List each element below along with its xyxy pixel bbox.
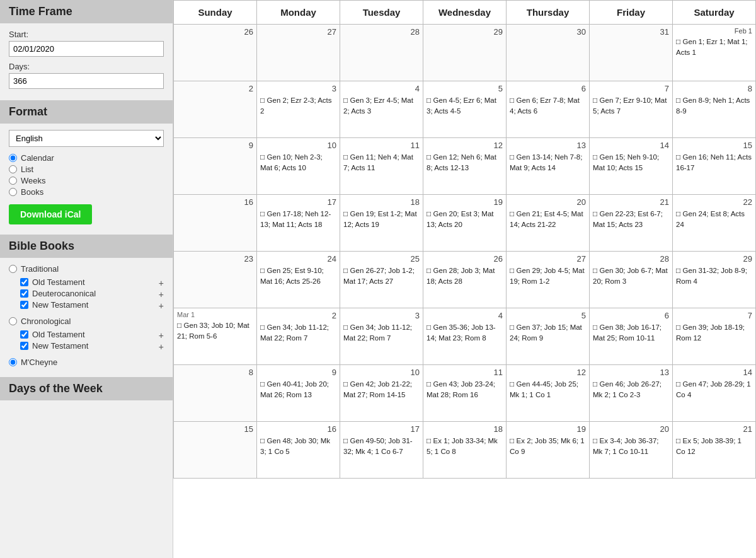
table-row: 11Gen 43; Job 23-24; Mat 28; Rom 16 bbox=[423, 365, 507, 422]
table-row: 26 bbox=[174, 25, 257, 81]
table-row: 9Gen 40-41; Job 20; Mat 26; Rom 13 bbox=[257, 365, 340, 422]
ot-plus-button[interactable]: + bbox=[159, 278, 164, 288]
table-row: 8Gen 8-9; Neh 1; Acts 8-9 bbox=[673, 81, 756, 138]
table-row: 27Gen 29; Job 4-5; Mat 19; Rom 1-2 bbox=[507, 252, 590, 308]
deut-checkbox[interactable]: Deuterocanonical bbox=[20, 289, 96, 298]
table-row: 19Gen 20; Est 3; Mat 13; Acts 20 bbox=[423, 195, 507, 252]
view-books[interactable]: Books bbox=[9, 187, 164, 197]
table-row: 9 bbox=[174, 138, 257, 195]
table-row: 8 bbox=[174, 365, 257, 422]
table-row: 28 bbox=[340, 25, 423, 81]
days-input[interactable] bbox=[9, 73, 164, 89]
table-row: 17Gen 17-18; Neh 12-13; Mat 11; Acts 18 bbox=[257, 195, 340, 252]
start-label: Start: bbox=[9, 30, 164, 39]
table-row: 27 bbox=[257, 25, 340, 81]
nt-plus-button[interactable]: + bbox=[159, 301, 164, 311]
download-ical-button[interactable]: Download iCal bbox=[9, 204, 92, 224]
chron-nt-plus-button[interactable]: + bbox=[159, 342, 164, 352]
view-calendar[interactable]: Calendar bbox=[9, 153, 164, 163]
table-row: 13Gen 46; Job 26-27; Mk 2; 1 Co 2-3 bbox=[590, 365, 673, 422]
table-row: 10Gen 10; Neh 2-3; Mat 6; Acts 10 bbox=[257, 138, 340, 195]
table-row: 25Gen 26-27; Job 1-2; Mat 17; Acts 27 bbox=[340, 252, 423, 308]
calendar-header-tuesday: Tuesday bbox=[340, 1, 423, 25]
table-row: 23 bbox=[174, 252, 257, 308]
table-row: Mar 1Gen 33; Job 10; Mat 21; Rom 5-6 bbox=[174, 308, 257, 365]
table-row: 24Gen 25; Est 9-10; Mat 16; Acts 25-26 bbox=[257, 252, 340, 308]
days-of-week-header: Days of the Week bbox=[0, 377, 173, 400]
table-row: 2 bbox=[174, 81, 257, 138]
table-row: 4Gen 3; Ezr 4-5; Mat 2; Acts 3 bbox=[340, 81, 423, 138]
ot-checkbox[interactable]: Old Testament bbox=[20, 277, 85, 287]
table-row: 16 bbox=[174, 195, 257, 252]
table-row: 4Gen 35-36; Job 13-14; Mat 23; Rom 8 bbox=[423, 308, 507, 365]
table-row: 18Ex 1; Job 33-34; Mk 5; 1 Co 8 bbox=[423, 422, 507, 479]
table-row: 13Gen 13-14; Neh 7-8; Mat 9; Acts 14 bbox=[507, 138, 590, 195]
calendar-header-monday: Monday bbox=[257, 1, 340, 25]
table-row: 20Gen 21; Est 4-5; Mat 14; Acts 21-22 bbox=[507, 195, 590, 252]
table-row: 18Gen 19; Est 1-2; Mat 12; Acts 19 bbox=[340, 195, 423, 252]
table-row: 22Gen 24; Est 8; Acts 24 bbox=[673, 195, 756, 252]
table-row: 15Gen 16; Neh 11; Acts 16-17 bbox=[673, 138, 756, 195]
calendar-header-wednesday: Wednesday bbox=[423, 1, 507, 25]
calendar-header-thursday: Thursday bbox=[507, 1, 590, 25]
language-select[interactable]: English Spanish French German bbox=[9, 130, 164, 147]
table-row: 7Gen 7; Ezr 9-10; Mat 5; Acts 7 bbox=[590, 81, 673, 138]
days-label: Days: bbox=[9, 62, 164, 71]
chron-ot-plus-button[interactable]: + bbox=[159, 330, 164, 340]
table-row: 17Gen 49-50; Job 31-32; Mk 4; 1 Co 6-7 bbox=[340, 422, 423, 479]
calendar-header-saturday: Saturday bbox=[673, 1, 756, 25]
table-row: 7Gen 39; Job 18-19; Rom 12 bbox=[673, 308, 756, 365]
table-row: 14Gen 15; Neh 9-10; Mat 10; Acts 15 bbox=[590, 138, 673, 195]
table-row: Feb 1Gen 1; Ezr 1; Mat 1; Acts 1 bbox=[673, 25, 756, 81]
chron-ot-checkbox[interactable]: Old Testament bbox=[20, 330, 85, 339]
mcheyne-radio[interactable]: M'Cheyne bbox=[9, 357, 164, 367]
calendar-header-friday: Friday bbox=[590, 1, 673, 25]
table-row: 5Gen 37; Job 15; Mat 24; Rom 9 bbox=[507, 308, 590, 365]
table-row: 12Gen 44-45; Job 25; Mk 1; 1 Co 1 bbox=[507, 365, 590, 422]
table-row: 29 bbox=[423, 25, 507, 81]
view-weeks[interactable]: Weeks bbox=[9, 176, 164, 185]
table-row: 28Gen 30; Job 6-7; Mat 20; Rom 3 bbox=[590, 252, 673, 308]
chron-nt-checkbox[interactable]: New Testament bbox=[20, 341, 88, 351]
table-row: 26Gen 28; Job 3; Mat 18; Acts 28 bbox=[423, 252, 507, 308]
calendar-area: SundayMondayTuesdayWednesdayThursdayFrid… bbox=[173, 0, 756, 558]
table-row: 6Gen 38; Job 16-17; Mat 25; Rom 10-11 bbox=[590, 308, 673, 365]
table-row: 6Gen 6; Ezr 7-8; Mat 4; Acts 6 bbox=[507, 81, 590, 138]
table-row: 3Gen 2; Ezr 2-3; Acts 2 bbox=[257, 81, 340, 138]
table-row: 21Gen 22-23; Est 6-7; Mat 15; Acts 23 bbox=[590, 195, 673, 252]
deut-plus-button[interactable]: + bbox=[159, 289, 164, 299]
bible-books-header: Bible Books bbox=[0, 235, 173, 258]
view-list[interactable]: List bbox=[9, 165, 164, 174]
table-row: 14Gen 47; Job 28-29; 1 Co 4 bbox=[673, 365, 756, 422]
table-row: 29Gen 31-32; Job 8-9; Rom 4 bbox=[673, 252, 756, 308]
table-row: 2Gen 34; Job 11-12; Mat 22; Rom 7 bbox=[257, 308, 340, 365]
table-row: 30 bbox=[507, 25, 590, 81]
table-row: 5Gen 4-5; Ezr 6; Mat 3; Acts 4-5 bbox=[423, 81, 507, 138]
table-row: 20Ex 3-4; Job 36-37; Mk 7; 1 Co 10-11 bbox=[590, 422, 673, 479]
table-row: 31 bbox=[590, 25, 673, 81]
format-header: Format bbox=[0, 100, 173, 124]
table-row: 21Ex 5; Job 38-39; 1 Co 12 bbox=[673, 422, 756, 479]
chronological-radio[interactable]: Chronological bbox=[9, 317, 164, 326]
calendar-header-sunday: Sunday bbox=[174, 1, 257, 25]
start-input[interactable] bbox=[9, 41, 164, 57]
table-row: 10Gen 42; Job 21-22; Mat 27; Rom 14-15 bbox=[340, 365, 423, 422]
nt-checkbox[interactable]: New Testament bbox=[20, 300, 88, 310]
table-row: 12Gen 12; Neh 6; Mat 8; Acts 12-13 bbox=[423, 138, 507, 195]
table-row: 19Ex 2; Job 35; Mk 6; 1 Co 9 bbox=[507, 422, 590, 479]
table-row: 11Gen 11; Neh 4; Mat 7; Acts 11 bbox=[340, 138, 423, 195]
table-row: 15 bbox=[174, 422, 257, 479]
traditional-radio[interactable]: Traditional bbox=[9, 264, 164, 274]
table-row: 16Gen 48; Job 30; Mk 3; 1 Co 5 bbox=[257, 422, 340, 479]
table-row: 3Gen 34; Job 11-12; Mat 22; Rom 7 bbox=[340, 308, 423, 365]
timeframe-header: Time Frame bbox=[0, 0, 173, 23]
